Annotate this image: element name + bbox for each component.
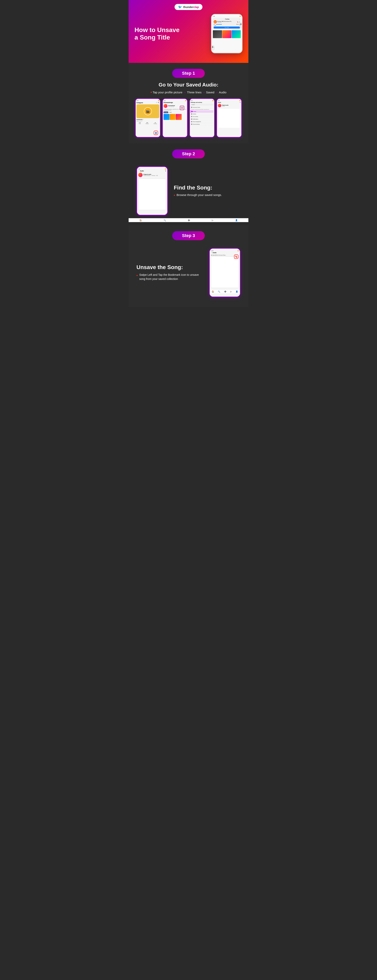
step2-badge: Step 2: [172, 150, 205, 158]
step1-section: Step 1 Go to Your Saved Audio: • Tap you…: [128, 63, 249, 143]
step3-text: Unsave the Song: • Swipe Left and Tap th…: [136, 264, 203, 281]
cursor-arrow-bottom: 🖱️: [211, 45, 215, 51]
step2-layout: 3:37📶 ← Audio ✕ Original audio Hannah da…: [133, 162, 244, 220]
saved-menu-item: Saved: [191, 110, 214, 113]
step1-item1: Three lines: [187, 91, 201, 94]
logo-pill: 🐦 thunderclap: [174, 4, 203, 10]
phone6-unsave: 12:59📶 ← Audio My Heart Will Go On (Love…: [209, 248, 241, 297]
step1-arrow2: →: [202, 91, 205, 94]
step3-heading: Unsave the Song:: [136, 264, 203, 270]
step3-bullet: • Swipe Left and Tap the Bookmark icon t…: [136, 273, 203, 281]
phone4-audio: 3:37📶 Audio ✕ Original audio 754 fans: [216, 98, 242, 138]
step3-bullet-text: Swipe Left and Tap the Bookmark icon to …: [139, 273, 203, 281]
step3-layout: Unsave the Song: • Swipe Left and Tap th…: [133, 244, 244, 301]
phone2-menu: 4:10📶 Emmaadesigo Emmaadesigo @Emmaadesi…: [162, 98, 188, 138]
header-content: How to Unsave a Song Title 1:38 📶 ← ↑ Tr…: [135, 14, 242, 53]
step2-dot: •: [174, 193, 175, 197]
step1-badge: Step 1: [172, 69, 205, 78]
step1-heading: Go to Your Saved Audio:: [133, 82, 244, 88]
step1-item2: Saved: [206, 91, 214, 94]
logo-container: 🐦 thunderclap: [135, 4, 242, 10]
header-title: How to Unsave a Song Title: [135, 26, 188, 41]
logo-bold: clap: [193, 5, 199, 9]
phone1-profile-highlight: 👤: [154, 131, 158, 135]
step2-text: Find the Song: • Browse through your sav…: [174, 185, 241, 197]
cursor-arrow-top: 🖱️: [238, 22, 242, 28]
step2-bullet: • Browse through your saved songs.: [174, 193, 241, 197]
step3-section: Step 3 Unsave the Song: • Swipe Left and…: [128, 225, 249, 307]
step1-phones-row: 5:29📶 Instagram ♡ ✈ 🎬 Annaltravels ✓ @An…: [133, 98, 244, 138]
step1-instruction: • Tap your profile picture → Three lines…: [133, 90, 244, 94]
phone1-instagram: 5:29📶 Instagram ♡ ✈ 🎬 Annaltravels ✓ @An…: [135, 98, 161, 138]
logo-text: thunderclap: [183, 5, 199, 9]
phone5-audio: 3:37📶 ← Audio ✕ Original audio Hannah da…: [136, 166, 168, 215]
logo-bird-icon: 🐦: [178, 5, 182, 9]
step1-prefix: Tap your profile picture: [152, 91, 182, 94]
step2-heading: Find the Song:: [174, 185, 241, 191]
header-section: 🐦 thunderclap How to Unsave a Song Title…: [128, 0, 249, 63]
step2-bullet-text: Browse through your saved songs.: [176, 193, 222, 197]
hero-phone: 1:38 📶 ← ↑ Trending ··· ▶ My Heart Will: [211, 14, 242, 53]
step3-dot: •: [136, 273, 138, 278]
step1-arrow1: →: [183, 91, 186, 94]
header-phone-mockup: 1:38 📶 ← ↑ Trending ··· ▶ My Heart Will: [188, 14, 242, 53]
step3-badge: Step 3: [172, 231, 205, 240]
bullet-dot-1: •: [150, 90, 152, 94]
phone3-settings: 3:37📶 Settings and activity 🔍 Search Acc…: [189, 98, 215, 138]
phone2-hamburger: [180, 106, 184, 110]
step1-item3: Audio: [219, 91, 227, 94]
bookmark-highlight-icon: 🔖: [234, 255, 238, 259]
step1-arrow3: →: [215, 91, 218, 94]
step2-section: Step 2 3:37📶 ← Audio ✕ Original audio Ha…: [128, 143, 249, 225]
